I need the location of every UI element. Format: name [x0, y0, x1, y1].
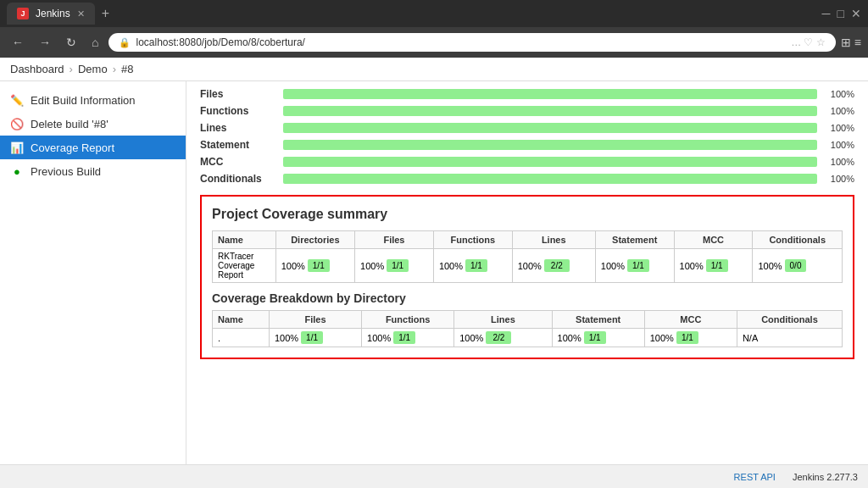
row-directories: 100% 1/1 [275, 249, 354, 283]
browser-tab[interactable]: J Jenkins ✕ [7, 3, 95, 25]
lines-bar-wrap [283, 123, 817, 133]
back-button[interactable]: ← [7, 32, 29, 53]
main-content: Files 100% Functions 100% Lines 100% [186, 81, 868, 464]
coverage-row-lines: Lines 100% [200, 122, 854, 134]
bd-cond-na: N/A [743, 333, 758, 343]
row-lines: 100% 2/2 [512, 249, 595, 283]
coverage-row-conditionals: Conditionals 100% [200, 173, 854, 185]
browser-menu-icon[interactable]: ≡ [854, 36, 861, 49]
row-conditionals: 100% 0/0 [753, 249, 843, 283]
lines-label: Lines [200, 122, 276, 134]
coverage-row-files: Files 100% [200, 88, 854, 100]
sidebar-coverage-label: Coverage Report [31, 141, 114, 154]
dir-val: 1/1 [308, 259, 330, 272]
files-val: 1/1 [387, 259, 409, 272]
bd-row-mcc: 100% 1/1 [644, 329, 737, 347]
breadcrumb: Dashboard › Demo › #8 [0, 58, 868, 81]
conditionals-label: Conditionals [200, 173, 276, 185]
bd-files-val: 1/1 [301, 331, 323, 344]
bd-stmt-pct: 100% [558, 333, 581, 343]
files-pct: 100% [824, 89, 854, 99]
cond-pct-2: 100% [758, 261, 782, 271]
stmt-pct-2: 100% [601, 261, 625, 271]
files-pct-2: 100% [360, 261, 384, 271]
rest-api-link[interactable]: REST API [734, 472, 776, 482]
extensions-icon: ⊞ [841, 36, 851, 49]
row-files: 100% 1/1 [355, 249, 434, 283]
breadcrumb-sep-2: › [113, 63, 116, 75]
sidebar-item-edit-build[interactable]: ✏️ Edit Build Information [0, 88, 186, 112]
statement-bar [283, 140, 817, 150]
bd-col-mcc: MCC [644, 311, 737, 329]
mcc-val: 1/1 [706, 259, 728, 272]
functions-label: Functions [200, 105, 276, 117]
breadcrumb-current: #8 [121, 63, 133, 75]
coverage-icon: 📊 [10, 141, 24, 154]
mcc-pct-2: 100% [680, 261, 704, 271]
bd-row-files: 100% 1/1 [269, 329, 361, 347]
tab-title: Jenkins [36, 8, 70, 19]
coverage-bars-section: Files 100% Functions 100% Lines 100% [200, 88, 854, 185]
sidebar: ✏️ Edit Build Information 🚫 Delete build… [0, 81, 186, 464]
lines-bar [283, 123, 817, 133]
col-mcc: MCC [674, 231, 753, 249]
sidebar-item-delete-build[interactable]: 🚫 Delete build '#8' [0, 112, 186, 136]
col-lines: Lines [512, 231, 595, 249]
bd-stmt-val: 1/1 [584, 331, 606, 344]
col-directories: Directories [275, 231, 354, 249]
bd-lines-val: 2/2 [486, 331, 511, 344]
row-statement: 100% 1/1 [595, 249, 674, 283]
minimize-button[interactable]: ─ [822, 7, 831, 20]
bd-files-pct: 100% [275, 333, 298, 343]
project-summary-title: Project Coverage summary [212, 207, 843, 222]
bd-mcc-pct: 100% [650, 333, 674, 343]
conditionals-bar-wrap [283, 174, 817, 184]
project-summary-table: Name Directories Files Functions Lines S… [212, 230, 843, 283]
breakdown-table-row: . 100% 1/1 100% 1/1 [213, 329, 843, 347]
sidebar-edit-label: Edit Build Information [31, 94, 136, 107]
bd-func-val: 1/1 [393, 331, 415, 344]
files-bar-wrap [283, 89, 817, 99]
row-name: RKTracerCoverageReport [213, 249, 276, 283]
sidebar-item-coverage-report[interactable]: 📊 Coverage Report [0, 136, 186, 159]
home-button[interactable]: ⌂ [86, 32, 103, 53]
close-button[interactable]: ✕ [851, 7, 861, 20]
bd-row-name: . [213, 329, 270, 347]
mcc-label: MCC [200, 156, 276, 168]
security-icon: 🔒 [119, 37, 131, 48]
bd-lines-pct: 100% [459, 333, 483, 343]
bd-col-conditionals: Conditionals [737, 311, 842, 329]
browser-toolbar-icons: ⊞ ≡ [841, 36, 861, 49]
bd-col-files: Files [269, 311, 361, 329]
col-name: Name [213, 231, 276, 249]
browser-titlebar: J Jenkins ✕ + ─ □ ✕ [0, 0, 868, 27]
dir-pct: 100% [281, 261, 305, 271]
url-display: localhost:8080/job/Demo/8/cobertura/ [136, 36, 304, 48]
breadcrumb-dashboard[interactable]: Dashboard [10, 63, 64, 75]
col-conditionals: Conditionals [753, 231, 843, 249]
bd-func-pct: 100% [367, 333, 391, 343]
close-tab-button[interactable]: ✕ [77, 8, 85, 19]
conditionals-bar [283, 174, 817, 184]
bd-row-conditionals: N/A [737, 329, 842, 347]
conditionals-pct: 100% [824, 174, 854, 184]
sidebar-item-previous-build[interactable]: ● Previous Build [0, 159, 186, 183]
bd-row-lines: 100% 2/2 [454, 329, 552, 347]
new-tab-button[interactable]: + [102, 6, 109, 21]
breadcrumb-demo[interactable]: Demo [78, 63, 108, 75]
coverage-row-statement: Statement 100% [200, 139, 854, 151]
tab-favicon: J [17, 8, 29, 19]
app-content: ✏️ Edit Build Information 🚫 Delete build… [0, 81, 868, 464]
functions-bar [283, 106, 817, 116]
forward-button[interactable]: → [34, 32, 56, 53]
coverage-row-functions: Functions 100% [200, 105, 854, 117]
address-bar[interactable]: 🔒 localhost:8080/job/Demo/8/cobertura/ …… [108, 33, 835, 52]
mcc-bar [283, 157, 817, 167]
sidebar-previous-label: Previous Build [31, 165, 101, 178]
edit-icon: ✏️ [10, 93, 24, 107]
functions-pct: 100% [824, 106, 854, 116]
status-bar: REST API Jenkins 2.277.3 [0, 464, 868, 488]
maximize-button[interactable]: □ [837, 7, 844, 20]
col-files: Files [355, 231, 434, 249]
reload-button[interactable]: ↻ [61, 32, 81, 53]
